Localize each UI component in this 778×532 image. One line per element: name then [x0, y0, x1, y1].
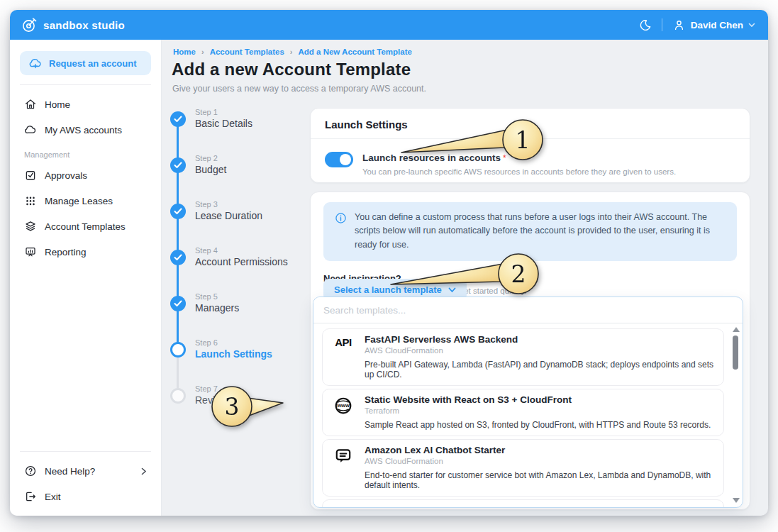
step-label: Budget	[195, 164, 316, 175]
brain-icon	[331, 505, 355, 508]
step-circle-7[interactable]	[170, 388, 186, 404]
step-circle-5[interactable]	[170, 296, 186, 311]
target-pen-icon	[21, 16, 38, 33]
step-number: Step 1	[195, 108, 316, 116]
chat-bubble-icon	[331, 445, 355, 490]
step-5[interactable]: Step 5 Managers	[195, 292, 316, 314]
template-search	[313, 297, 743, 323]
sidebar-item-exit[interactable]: Exit	[20, 484, 151, 509]
grid-dots-icon	[24, 194, 37, 207]
template-list: API FastAPI Serverless AWS Backend AWS C…	[313, 323, 743, 508]
launch-resources-toggle[interactable]	[325, 152, 353, 167]
sidebar: Request an account Home My AWS accounts …	[10, 40, 162, 516]
scroll-up-arrow[interactable]	[733, 327, 740, 332]
step-number: Step 2	[195, 154, 316, 162]
template-title: Amazon Lex AI Chatbot Starter	[365, 445, 715, 455]
chevron-down-icon	[748, 23, 755, 28]
sidebar-item-reporting[interactable]: Reporting	[20, 240, 151, 264]
step-circle-3[interactable]	[170, 204, 186, 219]
step-number: Step 7	[195, 384, 316, 393]
check-icon	[174, 116, 182, 123]
step-circle-1[interactable]	[170, 111, 186, 127]
home-icon	[24, 98, 37, 111]
sidebar-item-home[interactable]: Home	[20, 92, 151, 116]
template-provider: AWS CloudFormation	[365, 457, 715, 465]
step-number: Step 4	[195, 246, 316, 255]
person-icon	[672, 18, 686, 32]
header-divider	[662, 18, 662, 31]
step-label: Account Permissions	[195, 256, 316, 267]
moon-icon	[638, 18, 652, 32]
step-label: Managers	[195, 302, 316, 314]
template-dropdown: API FastAPI Serverless AWS Backend AWS C…	[313, 297, 743, 508]
step-circle-6[interactable]	[170, 342, 186, 358]
request-account-label: Request an account	[49, 58, 137, 69]
check-icon	[174, 208, 182, 215]
breadcrumb-separator: ›	[290, 48, 293, 56]
sidebar-item-label: Exit	[45, 492, 61, 502]
page-title: Add a new Account Template	[172, 60, 411, 79]
chevron-down-icon	[448, 287, 456, 293]
template-search-input[interactable]	[313, 297, 726, 323]
main-content: Home › Account Templates › Add a New Acc…	[162, 40, 768, 516]
question-circle-icon	[24, 465, 37, 477]
cloud-plus-icon	[28, 57, 43, 70]
step-circle-2[interactable]	[170, 157, 186, 173]
step-circle-4[interactable]	[170, 250, 186, 265]
sidebar-item-manage-leases[interactable]: Manage Leases	[20, 189, 151, 213]
page-subtitle: Give your users a new way to access a te…	[172, 84, 426, 94]
sidebar-item-approvals[interactable]: Approvals	[20, 163, 151, 187]
user-menu[interactable]: David Chen	[672, 18, 755, 32]
info-banner-text: You can define a custom process that run…	[355, 211, 726, 252]
app-window: sandbox studio David Chen	[10, 10, 768, 516]
breadcrumb-current[interactable]: Add a New Account Template	[299, 48, 412, 56]
api-icon: API	[331, 334, 355, 379]
breadcrumb-link-home[interactable]: Home	[173, 48, 196, 56]
step-2[interactable]: Step 2 Budget	[195, 154, 316, 175]
check-icon	[174, 254, 182, 261]
step-4[interactable]: Step 4 Account Permissions	[195, 246, 316, 267]
template-title: Static Website with React on S3 + CloudF…	[365, 394, 711, 405]
dark-mode-toggle[interactable]	[638, 18, 652, 32]
info-icon	[335, 212, 347, 224]
step-6[interactable]: Step 6 Launch Settings	[195, 338, 316, 360]
step-3[interactable]: Step 3 Lease Duration	[195, 200, 316, 221]
template-provider: Terraform	[365, 406, 711, 415]
sidebar-footer-divider	[20, 451, 151, 452]
dropdown-scrollbar	[732, 327, 739, 503]
sidebar-item-label: Reporting	[45, 247, 87, 257]
step-7[interactable]: Step 7 Review	[195, 384, 316, 406]
sidebar-section-management: Management	[24, 150, 147, 159]
request-account-button[interactable]: Request an account	[20, 51, 151, 75]
app-logo[interactable]: sandbox studio	[21, 16, 125, 33]
sidebar-item-label: Approvals	[45, 170, 87, 181]
template-item-genai-playground[interactable]: GenAI Playground (Amazon Bedrock + Strea…	[322, 499, 724, 508]
sidebar-item-label: Account Templates	[45, 221, 126, 232]
top-header: sandbox studio David Chen	[10, 10, 768, 40]
template-item-static-website[interactable]: www Static Website with React on S3 + Cl…	[322, 389, 724, 436]
sidebar-item-my-aws-accounts[interactable]: My AWS accounts	[20, 118, 151, 142]
sidebar-item-need-help[interactable]: Need Help?	[20, 459, 151, 483]
step-number: Step 3	[195, 200, 316, 209]
breadcrumb-link-account-templates[interactable]: Account Templates	[210, 48, 284, 56]
sidebar-spacer	[20, 264, 151, 442]
template-description: End-to-end starter for customer service …	[365, 470, 715, 490]
step-label: Basic Details	[195, 118, 316, 129]
scrollbar-thumb[interactable]	[733, 336, 738, 370]
scroll-down-arrow[interactable]	[733, 498, 740, 503]
sidebar-item-account-templates[interactable]: Account Templates	[20, 214, 151, 238]
step-1[interactable]: Step 1 Basic Details	[195, 108, 316, 129]
step-label: Lease Duration	[195, 210, 316, 221]
template-title: GenAI Playground (Amazon Bedrock + Strea…	[365, 505, 715, 508]
panel-title: Launch Settings	[311, 109, 750, 139]
exit-icon	[24, 490, 37, 503]
template-title: FastAPI Serverless AWS Backend	[365, 334, 715, 345]
checkbox-check-icon	[24, 169, 37, 182]
user-name: David Chen	[691, 20, 743, 31]
globe-www-icon: www	[331, 394, 355, 430]
template-item-fastapi[interactable]: API FastAPI Serverless AWS Backend AWS C…	[322, 328, 724, 386]
check-icon	[174, 300, 182, 307]
step-number: Step 6	[195, 338, 316, 347]
template-item-lex-chatbot[interactable]: Amazon Lex AI Chatbot Starter AWS CloudF…	[322, 439, 724, 497]
sidebar-divider	[20, 84, 151, 85]
